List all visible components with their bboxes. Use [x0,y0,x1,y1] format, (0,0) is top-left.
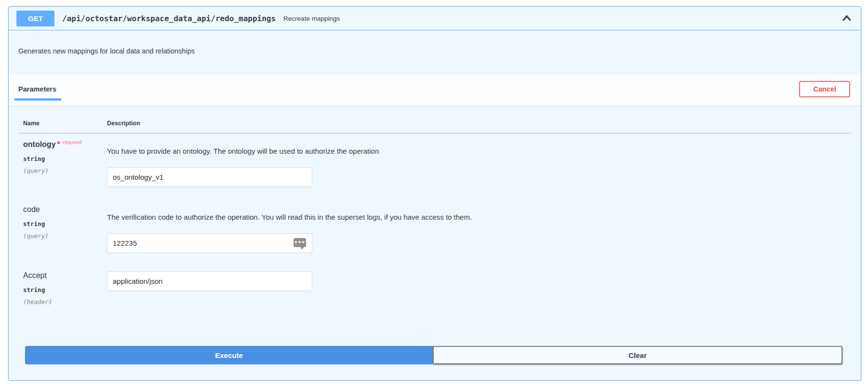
required-label: required [63,139,82,145]
endpoint-description: Generates new mappings for local data an… [9,30,861,75]
parameter-description: You have to provide an ontology. The ont… [107,147,851,155]
parameter-location: (header) [23,298,102,305]
ontology-input[interactable] [107,167,312,187]
parameter-description-cell: You have to provide an ontology. The ont… [102,133,851,200]
parameter-description-cell: The verification code to authorize the o… [102,199,851,265]
parameter-name-cell: Accept string (header) [18,265,102,318]
execute-button-row: Execute Clear [9,346,861,364]
parameter-type: string [23,220,102,227]
endpoint-summary-text: Recreate mappings [283,15,340,22]
parameter-row-code: code string (query) The verification cod… [18,199,851,265]
parameter-type: string [23,155,102,162]
operation-block-get: GET /api/octostar/workspace_data_api/red… [8,6,861,381]
parameter-row-ontology: ontology*required string (query) You hav… [18,133,851,200]
parameter-description: The verification code to authorize the o… [107,213,851,221]
parameter-name: ontology*required [23,139,102,149]
parameter-name: code [23,205,102,214]
parameter-location: (query) [23,167,102,174]
parameter-description-cell [102,265,851,318]
clear-button[interactable]: Clear [433,346,842,364]
column-header-name: Name [18,106,102,133]
parameters-table-container: Name Description ontology*required strin… [9,106,861,318]
chevron-up-icon[interactable] [841,13,852,24]
cancel-button[interactable]: Cancel [799,81,850,97]
parameter-location: (query) [23,232,102,239]
accept-header-input[interactable] [107,271,312,291]
parameter-row-accept: Accept string (header) [18,265,851,318]
code-input[interactable] [107,233,312,253]
http-method-badge: GET [16,11,54,26]
autofill-bubble-icon[interactable]: *** [294,238,306,247]
execute-button[interactable]: Execute [25,346,433,364]
parameter-type: string [23,286,102,293]
tab-parameters[interactable]: Parameters [18,85,56,93]
parameter-name-cell: code string (query) [18,199,102,265]
parameters-section-header: Parameters Cancel [9,75,861,106]
parameter-name-cell: ontology*required string (query) [18,133,102,200]
parameter-name: Accept [23,271,102,280]
column-header-description: Description [102,106,851,133]
endpoint-path: /api/octostar/workspace_data_api/redo_ma… [62,14,276,23]
required-star: * [57,140,60,148]
operation-summary[interactable]: GET /api/octostar/workspace_data_api/red… [9,7,861,30]
